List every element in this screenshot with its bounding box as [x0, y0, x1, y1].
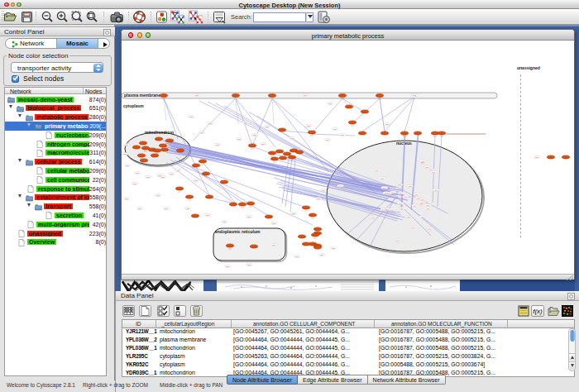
svg-text:endoplasmic reticulum: endoplasmic reticulum	[215, 229, 261, 234]
svg-text:mitochondrion: mitochondrion	[145, 130, 174, 135]
svg-text:plasma membrane: plasma membrane	[124, 93, 160, 98]
svg-text:unassigned: unassigned	[517, 65, 540, 70]
svg-text:cytoplasm: cytoplasm	[123, 103, 144, 108]
